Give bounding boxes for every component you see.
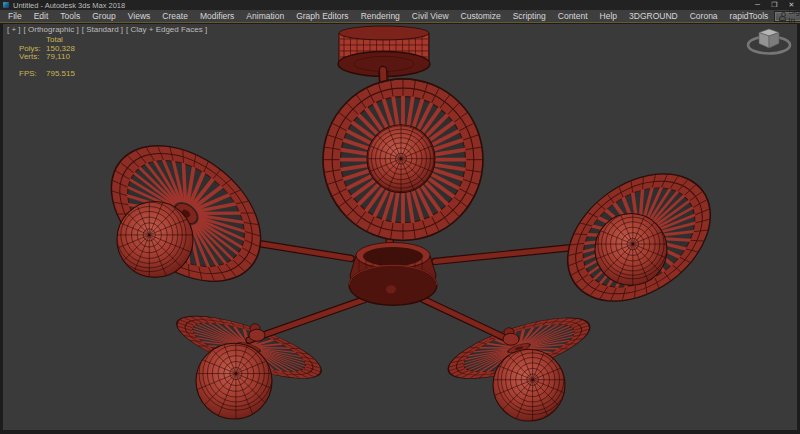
- model-disc-left: [85, 118, 286, 309]
- menubar: File Edit Tools Group Views Create Modif…: [0, 10, 800, 23]
- menubar-right-cluster: Sign In ▼ Workspaces: Default ▼: [774, 11, 800, 22]
- stats-fps-value: 795.515: [46, 70, 75, 79]
- menu-edit[interactable]: Edit: [28, 11, 55, 21]
- viewport[interactable]: [ + ] [ Orthographic ] [ Standard ] [ Cl…: [3, 24, 797, 430]
- viewcube[interactable]: [748, 29, 790, 53]
- titlebar: Untitled - Autodesk 3ds Max 2018 ─ ❐ ✕: [0, 0, 800, 10]
- menu-rapidtools[interactable]: rapidTools: [724, 11, 775, 21]
- viewport-menu-shading[interactable]: [ Clay + Edged Faces ]: [126, 25, 207, 34]
- menu-3dground[interactable]: 3DGROUND: [623, 11, 684, 21]
- menu-scripting[interactable]: Scripting: [507, 11, 552, 21]
- model-saucer-knob: [249, 324, 265, 341]
- menu-corona[interactable]: Corona: [684, 11, 724, 21]
- model-arm-rod: [423, 299, 512, 341]
- viewport-menu-general[interactable]: [ + ]: [7, 25, 21, 34]
- menu-help[interactable]: Help: [594, 11, 623, 21]
- minimize-button[interactable]: ─: [749, 0, 766, 10]
- 3dsmax-window: Untitled - Autodesk 3ds Max 2018 ─ ❐ ✕ F…: [0, 0, 800, 434]
- sign-in-label: Sign In: [788, 7, 800, 25]
- person-icon: [779, 12, 785, 20]
- stats-verts-value: 79,110: [46, 53, 70, 62]
- menu-file[interactable]: File: [2, 11, 28, 21]
- viewport-statistics: Total Polys: 150,328 Verts: 79,110 FPS: …: [19, 36, 75, 78]
- menu-views[interactable]: Views: [122, 11, 157, 21]
- sign-in-button[interactable]: Sign In ▼: [774, 11, 800, 22]
- menu-modifiers[interactable]: Modifiers: [194, 11, 240, 21]
- viewport-menu-style[interactable]: [ Standard ]: [82, 25, 123, 34]
- menu-content[interactable]: Content: [552, 11, 594, 21]
- model-center-hub: [349, 242, 437, 305]
- menu-graph-editors[interactable]: Graph Editors: [290, 11, 354, 21]
- menu-rendering[interactable]: Rendering: [355, 11, 406, 21]
- menu-tools[interactable]: Tools: [54, 11, 86, 21]
- viewport-label: [ + ] [ Orthographic ] [ Standard ] [ Cl…: [7, 25, 207, 34]
- menu-customize[interactable]: Customize: [455, 11, 507, 21]
- model-arm-rod: [249, 299, 365, 340]
- maximize-button[interactable]: ❐: [766, 0, 783, 10]
- window-title: Untitled - Autodesk 3ds Max 2018: [13, 1, 125, 10]
- menu-animation[interactable]: Animation: [240, 11, 290, 21]
- menu-group[interactable]: Group: [86, 11, 122, 21]
- menu-create[interactable]: Create: [156, 11, 194, 21]
- chandelier-wireframe-model[interactable]: [3, 24, 797, 430]
- stats-verts-label: Verts:: [19, 53, 46, 62]
- viewport-menu-pov[interactable]: [ Orthographic ]: [24, 25, 79, 34]
- menu-civil-view[interactable]: Civil View: [406, 11, 455, 21]
- 3dsmax-app-icon: [3, 2, 9, 8]
- stats-fps-label: FPS:: [19, 70, 46, 79]
